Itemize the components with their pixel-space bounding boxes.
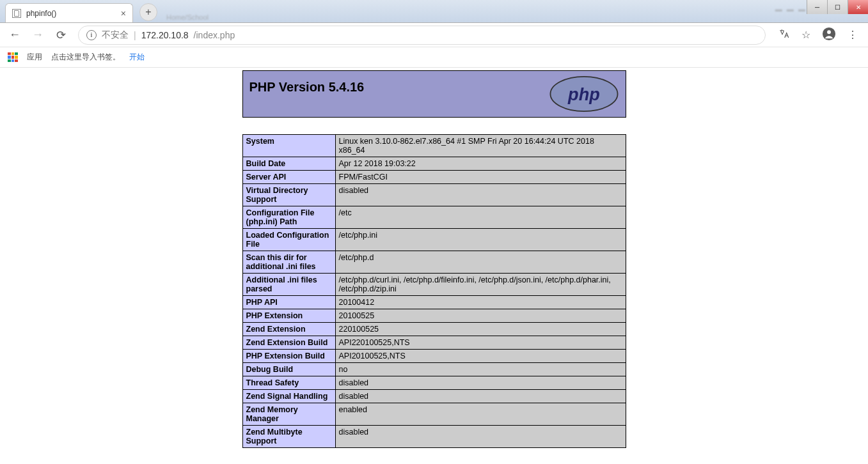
table-row: Debug Buildno: [242, 363, 626, 376]
table-row: Thread Safetydisabled: [242, 376, 626, 390]
info-value: disabled: [335, 376, 626, 390]
info-value: /etc/php.d/curl.ini, /etc/php.d/fileinfo…: [335, 274, 626, 296]
toolbar-right: ☆ ⋮: [773, 27, 863, 43]
info-value: FPM/FastCGI: [335, 171, 626, 184]
bookmark-star-icon[interactable]: ☆: [801, 29, 810, 41]
info-value: 20100412: [335, 296, 626, 309]
table-row: Zend Memory Managerenabled: [242, 403, 626, 426]
table-row: Zend Signal Handlingdisabled: [242, 390, 626, 403]
phpinfo-content: PHP Version 5.4.16 php SystemLinux ken 3…: [242, 70, 626, 448]
info-key: Zend Memory Manager: [242, 403, 335, 426]
url-path: /index.php: [194, 30, 235, 40]
table-row: Virtual Directory Supportdisabled: [242, 184, 626, 206]
svg-point-1: [827, 30, 831, 34]
table-row: Additional .ini files parsed/etc/php.d/c…: [242, 274, 626, 296]
url-input[interactable]: i 不安全 | 172.20.10.8/index.php: [78, 26, 766, 45]
bookmark-start-link[interactable]: 开始: [129, 52, 145, 63]
new-tab-button[interactable]: +: [139, 3, 157, 21]
table-row: Loaded Configuration File/etc/php.ini: [242, 229, 626, 251]
info-value: disabled: [335, 390, 626, 403]
table-row: Zend Extension220100525: [242, 323, 626, 336]
info-value: /etc/php.ini: [335, 229, 626, 251]
tab-strip: phpinfo() × + Home/School ▬ ▬ ▬ ▬ ▬: [0, 0, 868, 23]
phpinfo-header: PHP Version 5.4.16 php: [242, 70, 626, 118]
info-key: Debug Build: [242, 363, 335, 376]
close-icon[interactable]: ×: [121, 8, 126, 19]
info-key: Thread Safety: [242, 376, 335, 390]
window-controls: ─ ☐ ✕: [807, 0, 868, 14]
info-key: Loaded Configuration File: [242, 229, 335, 251]
back-button[interactable]: ←: [5, 26, 24, 45]
info-key: Scan this dir for additional .ini files: [242, 251, 335, 274]
php-logo: php: [549, 75, 619, 112]
address-bar: ← → ⟳ i 不安全 | 172.20.10.8/index.php ☆ ⋮: [0, 23, 868, 47]
window-close-button[interactable]: ✕: [848, 0, 868, 14]
info-value: 220100525: [335, 323, 626, 336]
info-value: Linux ken 3.10.0-862.el7.x86_64 #1 SMP F…: [335, 135, 626, 157]
info-value: /etc: [335, 206, 626, 229]
page-viewport[interactable]: PHP Version 5.4.16 php SystemLinux ken 3…: [0, 68, 868, 464]
table-row: Scan this dir for additional .ini files/…: [242, 251, 626, 274]
table-row: PHP API20100412: [242, 296, 626, 309]
bookmark-hint: 点击这里导入书签。: [51, 52, 120, 63]
site-info-icon[interactable]: i: [86, 30, 97, 40]
info-key: PHP API: [242, 296, 335, 309]
window-maximize-button[interactable]: ☐: [827, 0, 848, 14]
info-key: Virtual Directory Support: [242, 184, 335, 206]
info-value: disabled: [335, 426, 626, 448]
info-value: 20100525: [335, 309, 626, 323]
tab-title: phpinfo(): [26, 9, 56, 18]
url-host: 172.20.10.8: [141, 30, 189, 40]
info-key: Configuration File (php.ini) Path: [242, 206, 335, 229]
table-row: PHP Extension20100525: [242, 309, 626, 323]
info-value: API220100525,NTS: [335, 336, 626, 350]
info-key: Zend Extension: [242, 323, 335, 336]
apps-icon[interactable]: [8, 52, 18, 63]
inactive-tab-hint: Home/School: [166, 13, 209, 21]
info-key: Zend Signal Handling: [242, 390, 335, 403]
info-value: Apr 12 2018 19:03:22: [335, 157, 626, 171]
table-row: SystemLinux ken 3.10.0-862.el7.x86_64 #1…: [242, 135, 626, 157]
info-key: Build Date: [242, 157, 335, 171]
bookmark-bar: 应用 点击这里导入书签。 开始: [0, 47, 868, 68]
insecure-label: 不安全: [102, 29, 129, 41]
table-row: Server APIFPM/FastCGI: [242, 171, 626, 184]
reload-button[interactable]: ⟳: [51, 26, 70, 45]
table-row: Build DateApr 12 2018 19:03:22: [242, 157, 626, 171]
info-value: /etc/php.d: [335, 251, 626, 274]
window-minimize-button[interactable]: ─: [807, 0, 827, 14]
info-value: no: [335, 363, 626, 376]
info-key: Server API: [242, 171, 335, 184]
php-version-title: PHP Version 5.4.16: [249, 80, 365, 95]
menu-icon[interactable]: ⋮: [848, 29, 858, 41]
apps-label[interactable]: 应用: [27, 52, 42, 63]
info-key: Additional .ini files parsed: [242, 274, 335, 296]
separator: |: [134, 30, 136, 40]
svg-text:php: php: [567, 84, 600, 104]
table-row: Zend Multibyte Supportdisabled: [242, 426, 626, 448]
table-row: Zend Extension BuildAPI220100525,NTS: [242, 336, 626, 350]
phpinfo-table: SystemLinux ken 3.10.0-862.el7.x86_64 #1…: [242, 134, 626, 448]
info-key: System: [242, 135, 335, 157]
info-key: PHP Extension Build: [242, 350, 335, 363]
info-value: enabled: [335, 403, 626, 426]
info-key: Zend Multibyte Support: [242, 426, 335, 448]
page-icon: [12, 9, 21, 18]
info-value: disabled: [335, 184, 626, 206]
browser-tab[interactable]: phpinfo() ×: [5, 3, 133, 22]
info-key: PHP Extension: [242, 309, 335, 323]
table-row: Configuration File (php.ini) Path/etc: [242, 206, 626, 229]
profile-icon[interactable]: [822, 27, 836, 43]
forward-button[interactable]: →: [28, 26, 47, 45]
info-value: API20100525,NTS: [335, 350, 626, 363]
translate-icon[interactable]: [778, 28, 790, 42]
table-row: PHP Extension BuildAPI20100525,NTS: [242, 350, 626, 363]
info-key: Zend Extension Build: [242, 336, 335, 350]
